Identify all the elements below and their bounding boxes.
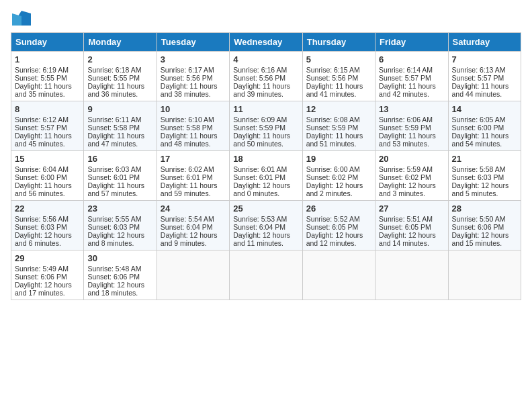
sunrise-text: Sunrise: 5:51 AM bbox=[379, 215, 433, 223]
sunrise-text: Sunrise: 6:00 AM bbox=[306, 165, 360, 173]
sunset-text: Sunset: 5:58 PM bbox=[87, 124, 140, 132]
daylight-text: Daylight: 12 hours and 0 minutes. bbox=[233, 181, 290, 197]
day-of-week-header: Saturday bbox=[448, 33, 521, 52]
daylight-text: Daylight: 11 hours and 59 minutes. bbox=[161, 181, 218, 197]
calendar-cell: 10Sunrise: 6:10 AMSunset: 5:58 PMDayligh… bbox=[157, 101, 229, 151]
daylight-text: Daylight: 12 hours and 3 minutes. bbox=[379, 181, 436, 197]
sunset-text: Sunset: 6:02 PM bbox=[379, 173, 431, 181]
day-number: 4 bbox=[233, 54, 298, 64]
day-number: 9 bbox=[87, 104, 152, 114]
calendar-cell: 25Sunrise: 5:53 AMSunset: 6:04 PMDayligh… bbox=[230, 201, 302, 250]
calendar-cell: 21Sunrise: 5:58 AMSunset: 6:03 PMDayligh… bbox=[448, 151, 521, 201]
calendar-cell: 29Sunrise: 5:49 AMSunset: 6:06 PMDayligh… bbox=[11, 250, 84, 300]
sunset-text: Sunset: 6:03 PM bbox=[87, 223, 140, 231]
calendar-cell bbox=[157, 250, 229, 300]
sunset-text: Sunset: 6:06 PM bbox=[87, 273, 140, 281]
calendar-header: SundayMondayTuesdayWednesdayThursdayFrid… bbox=[11, 33, 521, 52]
day-number: 29 bbox=[15, 253, 80, 263]
daylight-text: Daylight: 12 hours and 12 minutes. bbox=[306, 231, 363, 247]
calendar-week-row: 8Sunrise: 6:12 AMSunset: 5:57 PMDaylight… bbox=[11, 101, 521, 151]
sunrise-text: Sunrise: 5:50 AM bbox=[452, 215, 506, 223]
sunrise-text: Sunrise: 5:58 AM bbox=[452, 165, 506, 173]
day-of-week-header: Sunday bbox=[11, 33, 84, 52]
day-number: 27 bbox=[379, 203, 444, 214]
sunset-text: Sunset: 5:56 PM bbox=[306, 74, 359, 82]
sunset-text: Sunset: 6:06 PM bbox=[15, 273, 67, 281]
sunset-text: Sunset: 6:03 PM bbox=[15, 223, 67, 231]
daylight-text: Daylight: 12 hours and 11 minutes. bbox=[233, 231, 290, 247]
sunset-text: Sunset: 6:01 PM bbox=[233, 173, 285, 181]
calendar-week-row: 15Sunrise: 6:04 AMSunset: 6:00 PMDayligh… bbox=[11, 151, 521, 201]
day-number: 20 bbox=[379, 154, 444, 164]
calendar-cell: 2Sunrise: 6:18 AMSunset: 5:55 PMDaylight… bbox=[84, 52, 157, 101]
calendar-cell: 30Sunrise: 5:48 AMSunset: 6:06 PMDayligh… bbox=[84, 250, 157, 300]
daylight-text: Daylight: 11 hours and 50 minutes. bbox=[233, 132, 290, 148]
sunrise-text: Sunrise: 5:56 AM bbox=[15, 215, 69, 223]
day-number: 15 bbox=[15, 154, 80, 164]
daylight-text: Daylight: 12 hours and 18 minutes. bbox=[87, 281, 144, 297]
day-number: 28 bbox=[452, 203, 517, 214]
calendar-cell: 20Sunrise: 5:59 AMSunset: 6:02 PMDayligh… bbox=[375, 151, 448, 201]
day-number: 24 bbox=[161, 203, 226, 214]
day-number: 8 bbox=[15, 104, 80, 114]
sunrise-text: Sunrise: 6:17 AM bbox=[161, 66, 214, 74]
logo bbox=[11, 11, 31, 26]
sunrise-text: Sunrise: 5:48 AM bbox=[87, 265, 141, 273]
day-number: 10 bbox=[161, 104, 226, 114]
sunset-text: Sunset: 5:58 PM bbox=[161, 124, 213, 132]
calendar-cell: 5Sunrise: 6:15 AMSunset: 5:56 PMDaylight… bbox=[302, 52, 375, 101]
day-number: 11 bbox=[233, 104, 298, 114]
day-of-week-header: Thursday bbox=[302, 33, 375, 52]
day-number: 30 bbox=[87, 253, 152, 263]
sunrise-text: Sunrise: 5:59 AM bbox=[379, 165, 433, 173]
calendar-cell: 12Sunrise: 6:08 AMSunset: 5:59 PMDayligh… bbox=[302, 101, 375, 151]
day-of-week-header: Wednesday bbox=[230, 33, 302, 52]
day-number: 16 bbox=[87, 154, 152, 164]
calendar-cell: 9Sunrise: 6:11 AMSunset: 5:58 PMDaylight… bbox=[84, 101, 157, 151]
sunrise-text: Sunrise: 6:06 AM bbox=[379, 116, 433, 124]
day-number: 25 bbox=[233, 203, 298, 214]
day-number: 17 bbox=[161, 154, 226, 164]
sunrise-text: Sunrise: 5:54 AM bbox=[161, 215, 214, 223]
sunrise-text: Sunrise: 5:52 AM bbox=[306, 215, 360, 223]
sunset-text: Sunset: 6:04 PM bbox=[161, 223, 213, 231]
sunset-text: Sunset: 5:57 PM bbox=[15, 124, 67, 132]
sunset-text: Sunset: 5:59 PM bbox=[379, 124, 431, 132]
daylight-text: Daylight: 12 hours and 8 minutes. bbox=[87, 231, 144, 247]
day-number: 21 bbox=[452, 154, 517, 164]
sunset-text: Sunset: 6:05 PM bbox=[306, 223, 359, 231]
day-number: 6 bbox=[379, 54, 444, 64]
sunrise-text: Sunrise: 6:08 AM bbox=[306, 116, 360, 124]
sunset-text: Sunset: 6:01 PM bbox=[87, 173, 140, 181]
sunset-text: Sunset: 5:57 PM bbox=[452, 74, 504, 82]
sunrise-text: Sunrise: 6:05 AM bbox=[452, 116, 506, 124]
calendar-cell: 17Sunrise: 6:02 AMSunset: 6:01 PMDayligh… bbox=[157, 151, 229, 201]
calendar-cell: 27Sunrise: 5:51 AMSunset: 6:05 PMDayligh… bbox=[375, 201, 448, 250]
daylight-text: Daylight: 11 hours and 53 minutes. bbox=[379, 132, 436, 148]
sunrise-text: Sunrise: 6:01 AM bbox=[233, 165, 287, 173]
sunrise-text: Sunrise: 6:16 AM bbox=[233, 66, 287, 74]
daylight-text: Daylight: 12 hours and 2 minutes. bbox=[306, 181, 363, 197]
daylight-text: Daylight: 11 hours and 38 minutes. bbox=[161, 82, 218, 98]
sunset-text: Sunset: 5:55 PM bbox=[87, 74, 140, 82]
calendar-cell bbox=[448, 250, 521, 300]
daylight-text: Daylight: 11 hours and 44 minutes. bbox=[452, 82, 509, 98]
sunset-text: Sunset: 6:06 PM bbox=[452, 223, 504, 231]
calendar-cell: 11Sunrise: 6:09 AMSunset: 5:59 PMDayligh… bbox=[230, 101, 302, 151]
day-number: 19 bbox=[306, 154, 371, 164]
sunset-text: Sunset: 5:56 PM bbox=[161, 74, 213, 82]
calendar-cell: 18Sunrise: 6:01 AMSunset: 6:01 PMDayligh… bbox=[230, 151, 302, 201]
sunset-text: Sunset: 5:59 PM bbox=[233, 124, 285, 132]
calendar-cell: 8Sunrise: 6:12 AMSunset: 5:57 PMDaylight… bbox=[11, 101, 84, 151]
sunset-text: Sunset: 6:03 PM bbox=[452, 173, 504, 181]
day-of-week-header: Monday bbox=[84, 33, 157, 52]
calendar-week-row: 29Sunrise: 5:49 AMSunset: 6:06 PMDayligh… bbox=[11, 250, 521, 300]
day-number: 5 bbox=[306, 54, 371, 64]
daylight-text: Daylight: 11 hours and 41 minutes. bbox=[306, 82, 363, 98]
sunrise-text: Sunrise: 6:18 AM bbox=[87, 66, 141, 74]
daylight-text: Daylight: 11 hours and 47 minutes. bbox=[87, 132, 144, 148]
day-of-week-header: Friday bbox=[375, 33, 448, 52]
daylight-text: Daylight: 12 hours and 14 minutes. bbox=[379, 231, 436, 247]
daylight-text: Daylight: 12 hours and 17 minutes. bbox=[15, 281, 72, 297]
sunrise-text: Sunrise: 6:12 AM bbox=[15, 116, 69, 124]
